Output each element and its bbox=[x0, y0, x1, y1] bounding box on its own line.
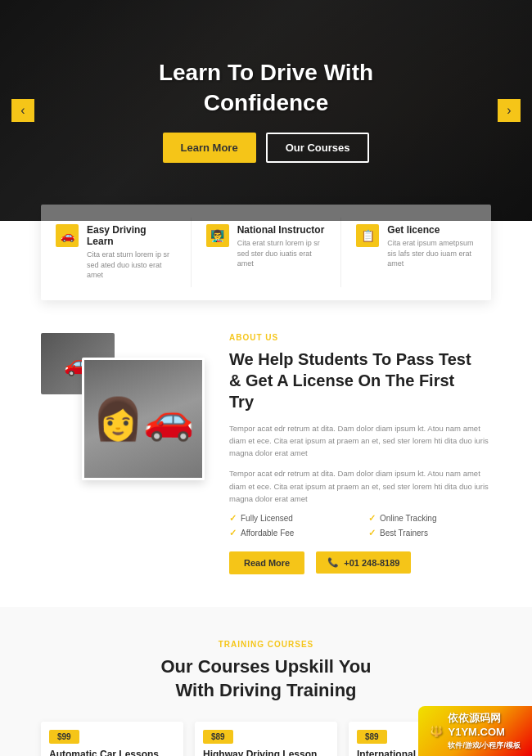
read-more-button[interactable]: Read More bbox=[229, 551, 304, 574]
course-title-1: Highway Driving Lesson bbox=[195, 744, 337, 756]
feature-item-0: 🚗 Easy Driving Learn Cita erat sturn lor… bbox=[41, 218, 192, 287]
hero-content: Learn To Drive With Confidence Learn Mor… bbox=[159, 58, 373, 163]
about-text-2: Tempor acat edr retrum at dita. Dam dolo… bbox=[229, 467, 491, 505]
course-title-2: International Driving bbox=[349, 744, 491, 756]
feature-item-1: 👨‍🏫 National Instructor Cita erat sturn … bbox=[192, 218, 342, 287]
check-icon-1: ✓ bbox=[368, 513, 376, 524]
about-images bbox=[41, 333, 205, 480]
feature-icon-1: 👨‍🏫 bbox=[206, 224, 229, 247]
feature-item-2: 📋 Get licence Cita erat ipsum ametpsum s… bbox=[341, 218, 491, 287]
phone-badge: 📞 +01 248-8189 bbox=[316, 551, 411, 574]
check-item-3: ✓ Best Trainers bbox=[368, 528, 491, 538]
check-item-1: ✓ Online Tracking bbox=[368, 513, 491, 524]
courses-label: TRAINING COURSES bbox=[41, 640, 491, 649]
course-price-0: $99 bbox=[49, 730, 79, 744]
feature-icon-0: 🚗 bbox=[56, 224, 79, 247]
feature-text-0: Easy Driving Learn Cita erat sturn lorem… bbox=[87, 224, 176, 281]
about-label: ABOUT US bbox=[229, 333, 491, 342]
feature-icon-2: 📋 bbox=[356, 224, 379, 247]
course-card-2: $89 International Driving Tempat erat ed… bbox=[349, 722, 491, 756]
about-title: We Help Students To Pass Test & Get A Li… bbox=[229, 349, 491, 412]
about-section: ABOUT US We Help Students To Pass Test &… bbox=[0, 317, 532, 607]
learn-more-button[interactable]: Learn More bbox=[163, 133, 256, 163]
check-icon-2: ✓ bbox=[229, 528, 237, 538]
feature-text-1: National Instructor Cita erat sturn lore… bbox=[237, 224, 327, 269]
about-text-1: Tempor acat edr retrum at dita. Dam dolo… bbox=[229, 422, 491, 460]
about-image-main bbox=[82, 358, 205, 480]
courses-grid: $99 Automatic Car Lessons Tempor erat ed… bbox=[41, 722, 491, 756]
feature-text-2: Get licence Cita erat ipsum ametpsum sis… bbox=[387, 224, 476, 269]
check-item-2: ✓ Affordable Fee bbox=[229, 528, 352, 538]
course-card-1: $89 Highway Driving Lesson Tempor erat e… bbox=[195, 722, 337, 756]
about-checks: ✓ Fully Licensed ✓ Online Tracking ✓ Aff… bbox=[229, 513, 491, 538]
course-title-0: Automatic Car Lessons bbox=[41, 744, 183, 756]
courses-title: Our Courses Upskill You With Driving Tra… bbox=[41, 655, 491, 702]
course-price-1: $89 bbox=[203, 730, 233, 744]
about-actions: Read More 📞 +01 248-8189 bbox=[229, 551, 491, 574]
check-icon-0: ✓ bbox=[229, 513, 237, 524]
our-courses-button[interactable]: Our Courses bbox=[266, 133, 370, 163]
course-price-2: $89 bbox=[357, 730, 387, 744]
check-item-0: ✓ Fully Licensed bbox=[229, 513, 352, 524]
about-content: ABOUT US We Help Students To Pass Test &… bbox=[229, 333, 491, 574]
hero-prev-button[interactable]: ‹ bbox=[11, 99, 34, 122]
check-icon-3: ✓ bbox=[368, 528, 376, 538]
phone-icon: 📞 bbox=[327, 557, 339, 568]
hero-buttons: Learn More Our Courses bbox=[159, 133, 373, 163]
hero-next-button[interactable]: › bbox=[498, 99, 521, 122]
hero-section: ‹ Learn To Drive With Confidence Learn M… bbox=[0, 0, 532, 221]
courses-section: TRAINING COURSES Our Courses Upskill You… bbox=[0, 607, 532, 756]
course-card-0: $99 Automatic Car Lessons Tempor erat ed… bbox=[41, 722, 183, 756]
hero-title: Learn To Drive With Confidence bbox=[159, 58, 373, 118]
